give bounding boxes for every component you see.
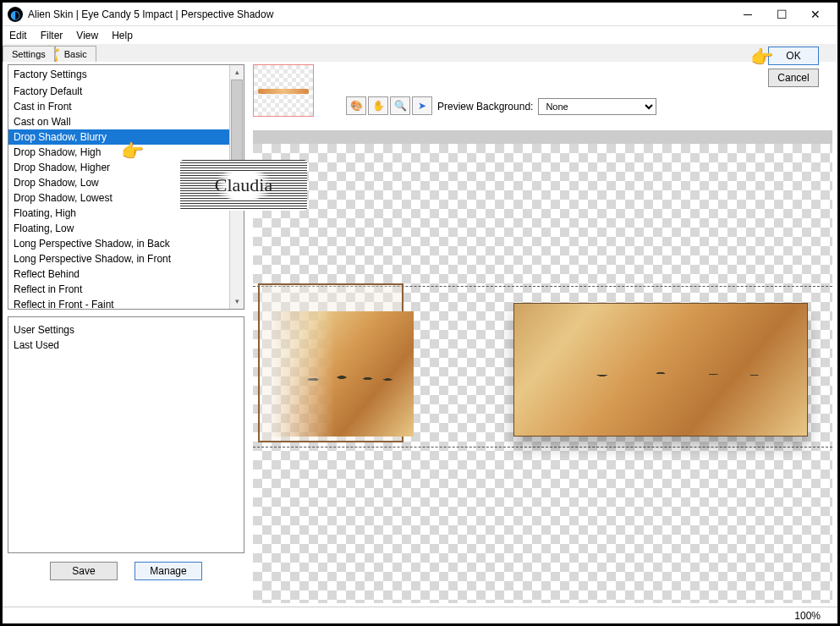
- user-header: User Settings: [14, 322, 239, 338]
- menu-filter[interactable]: Filter: [41, 30, 63, 41]
- preview-region: 🎨 ✋ 🔍 ➤ Preview Background: None: [253, 64, 832, 603]
- preview-bg-label: Preview Background:: [437, 101, 533, 113]
- preview-thumbnail[interactable]: [253, 64, 314, 117]
- factory-item[interactable]: Floating, Low: [8, 221, 244, 236]
- preview-bg-select[interactable]: None: [538, 98, 656, 115]
- arrow-tool[interactable]: ➤: [412, 96, 432, 115]
- preview-image-right: [513, 303, 808, 437]
- factory-item[interactable]: Reflect in Front: [8, 282, 244, 297]
- titlebar: Alien Skin | Eye Candy 5 Impact | Perspe…: [3, 3, 837, 26]
- preview-image-left: [270, 311, 414, 437]
- zoom-level: 100%: [794, 610, 821, 622]
- watermark-logo: [180, 160, 307, 211]
- hand-tool[interactable]: ✋: [368, 96, 388, 115]
- tab-settings[interactable]: Settings: [3, 46, 55, 62]
- user-settings-panel: User Settings Last Used: [8, 316, 244, 553]
- minimize-button[interactable]: ─: [731, 4, 765, 25]
- color-picker-tool[interactable]: 🎨: [346, 96, 366, 115]
- window-title: Alien Skin | Eye Candy 5 Impact | Perspe…: [28, 8, 731, 20]
- factory-item[interactable]: Reflect in Front - Faint: [8, 297, 244, 310]
- guide-bottom: [253, 447, 832, 448]
- menu-help[interactable]: Help: [112, 30, 133, 41]
- maximize-button[interactable]: ☐: [765, 4, 799, 25]
- preview-canvas[interactable]: [253, 130, 832, 603]
- close-button[interactable]: ✕: [799, 4, 832, 25]
- factory-header: Factory Settings: [8, 65, 244, 84]
- factory-item[interactable]: Long Perspective Shadow, in Front: [8, 251, 244, 266]
- scroll-up-icon[interactable]: ▴: [230, 65, 244, 80]
- menu-edit[interactable]: Edit: [9, 30, 27, 41]
- last-used-item[interactable]: Last Used: [14, 338, 239, 353]
- menubar: Edit Filter View Help: [3, 26, 837, 45]
- app-icon: [8, 7, 23, 22]
- manage-button[interactable]: Manage: [135, 562, 202, 580]
- scroll-down-icon[interactable]: ▾: [230, 294, 244, 309]
- factory-item[interactable]: Long Perspective Shadow, in Back: [8, 236, 244, 251]
- settings-panel: Factory Settings Factory DefaultCast in …: [8, 64, 244, 603]
- factory-item[interactable]: Reflect Behind: [8, 266, 244, 282]
- ok-button[interactable]: OK: [768, 47, 819, 65]
- pointer-selection-icon: 👉: [121, 140, 144, 162]
- save-button[interactable]: Save: [50, 562, 118, 580]
- factory-item[interactable]: Cast in Front: [8, 99, 244, 114]
- zoom-tool[interactable]: 🔍: [390, 96, 410, 115]
- factory-item[interactable]: Factory Default: [8, 84, 244, 99]
- status-bar: 100%: [3, 607, 837, 623]
- menu-view[interactable]: View: [76, 30, 98, 41]
- factory-item[interactable]: Cast on Wall: [8, 114, 244, 129]
- tab-bar: Settings Basic: [3, 45, 837, 62]
